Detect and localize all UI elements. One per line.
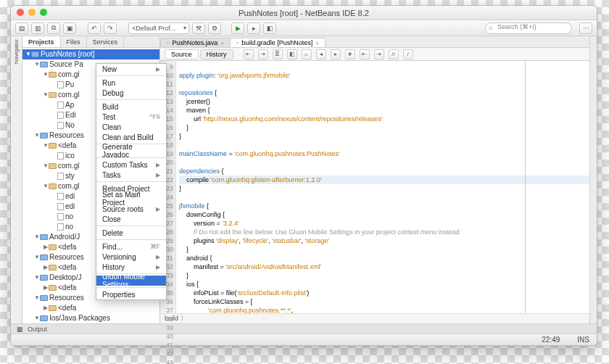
cursor-position: 22:49	[542, 336, 560, 344]
panel-tab-services[interactable]: Services	[87, 36, 125, 47]
pkg-icon	[49, 265, 57, 270]
file-icon	[57, 122, 64, 129]
menu-item-set-as-main-project[interactable]: Set as Main Project	[96, 194, 166, 204]
tree-item[interactable]: ▼Ios/Java Packages	[22, 313, 160, 323]
next-edit-icon[interactable]: ⇥	[258, 49, 268, 59]
config-select[interactable]: <Default Prof...	[128, 22, 189, 34]
menu-item-properties[interactable]: Properties	[96, 289, 166, 299]
menu-item-source-roots[interactable]: Source roots▶	[96, 204, 166, 214]
prev-edit-icon[interactable]: ⇤	[244, 49, 254, 59]
close-tab-icon[interactable]: ×	[315, 40, 319, 46]
pkg-icon	[49, 163, 57, 169]
file-icon	[57, 223, 64, 231]
menu-item-clean-and-build[interactable]: Clean and Build	[96, 132, 166, 142]
menu-item-new[interactable]: New▶	[96, 64, 166, 74]
editor-subtab-source[interactable]: Source	[165, 49, 199, 59]
profile-button[interactable]: ◧	[263, 22, 276, 34]
comment-icon[interactable]: //	[389, 49, 399, 59]
run-button[interactable]: ▶	[231, 22, 244, 34]
menu-item-run[interactable]: Run	[96, 78, 166, 88]
menu-item-test[interactable]: Test^F6	[96, 112, 166, 122]
fold-icon	[40, 62, 48, 67]
save-all-button[interactable]: ▣	[63, 22, 76, 34]
menu-item-debug[interactable]: Debug	[96, 88, 166, 98]
file-icon	[57, 81, 64, 88]
output-tab[interactable]: Output	[28, 326, 47, 333]
panel-tabs: ProjectsFilesServices	[22, 36, 160, 48]
menu-item-gluon-mobile-settings[interactable]: Gluon Mobile Settings	[96, 276, 166, 286]
toggle-bookmark-icon[interactable]: ★	[345, 49, 355, 59]
menu-item-custom-tasks[interactable]: Custom Tasks▶	[96, 160, 166, 170]
editor-breadcrumb[interactable]: build 〉	[160, 313, 589, 323]
undo-button[interactable]: ↶	[88, 22, 101, 34]
pkg-icon	[49, 92, 57, 98]
menu-item-build[interactable]: Build	[96, 102, 166, 112]
code-text[interactable]: apply plugin: 'org.javafxports.jfxmobile…	[176, 61, 589, 313]
redo-button[interactable]: ↷	[104, 22, 117, 34]
editor-tab[interactable]: ▫PushNotes.java×	[160, 38, 231, 47]
tree-item[interactable]: ▶<defa	[22, 303, 160, 313]
diff-icon[interactable]: ≣	[273, 49, 283, 59]
menu-item-find-[interactable]: Find...⌘F	[96, 241, 166, 252]
file-icon	[57, 102, 64, 109]
right-side-strip[interactable]	[589, 36, 597, 323]
pkg-icon	[49, 143, 57, 149]
file-icon	[57, 173, 64, 180]
menu-item-clean[interactable]: Clean	[96, 122, 166, 132]
fold-icon	[31, 51, 39, 57]
menu-item-tasks[interactable]: Tasks▶	[96, 170, 166, 180]
toggle-highlight-icon[interactable]: ◧	[287, 49, 297, 59]
statusbar: 22:49 INS	[11, 334, 597, 345]
panel-tab-files[interactable]: Files	[61, 36, 87, 47]
next-bookmark-icon[interactable]: ▸	[331, 49, 341, 59]
menu-item-versioning[interactable]: Versioning▶	[96, 252, 166, 262]
bottom-pane-tabs: ▦ Output	[11, 323, 597, 334]
shift-left-icon[interactable]: ⇤	[360, 49, 370, 59]
editor-tab[interactable]: ▫build.gradle [PushNotes]×	[230, 38, 326, 47]
clean-build-button[interactable]: ⚙	[208, 22, 221, 34]
fold-icon	[40, 315, 48, 321]
menu-item-history[interactable]: History▶	[96, 262, 166, 272]
menu-item-generate-javadoc[interactable]: Generate Javadoc	[96, 146, 166, 156]
close-tab-icon[interactable]: ×	[220, 40, 224, 46]
editor-toolbar-icons: ⇤ ⇥ ≣ ◧ ⌕ ◂ ▸ ★ ⇤ ⇥ // /	[244, 49, 413, 59]
file-icon	[57, 152, 64, 160]
fold-icon	[40, 275, 48, 281]
file-icon	[57, 112, 64, 119]
pkg-icon	[49, 285, 57, 291]
navigator-strip[interactable]: Navigator	[11, 36, 22, 323]
right-margin-guide	[525, 61, 526, 313]
new-project-button[interactable]: ▥	[31, 22, 44, 34]
titlebar[interactable]: PushNotes [root] - NetBeans IDE 8.2	[11, 6, 597, 20]
build-button[interactable]: ⚒	[192, 22, 205, 34]
file-icon	[57, 193, 64, 200]
find-icon[interactable]: ⌕	[302, 49, 312, 59]
prev-bookmark-icon[interactable]: ◂	[316, 49, 326, 59]
open-button[interactable]: ⧉	[47, 22, 60, 34]
fold-icon	[40, 295, 48, 301]
menu-item-delete[interactable]: Delete	[96, 228, 166, 238]
minimize-icon[interactable]	[28, 9, 36, 16]
search-settings-button[interactable]: ⋯	[579, 22, 592, 34]
window-controls	[17, 9, 47, 16]
tree-item[interactable]: ▼PushNotes [root]	[22, 49, 160, 59]
code-editor[interactable]: 9101112131415161718192021222324252627282…	[160, 61, 589, 313]
ide-window: PushNotes [root] - NetBeans IDE 8.2 ▤ ▥ …	[10, 5, 597, 346]
fold-icon	[40, 255, 48, 260]
menu-item-close[interactable]: Close	[96, 214, 166, 224]
close-icon[interactable]	[17, 9, 24, 16]
editor-subtab-history[interactable]: History	[200, 49, 233, 59]
shift-right-icon[interactable]: ⇥	[374, 49, 384, 59]
output-tab-icon[interactable]: ▦	[17, 326, 23, 333]
project-context-menu[interactable]: New▶RunDebugBuildTest^F6CleanClean and B…	[96, 63, 167, 300]
window-title: PushNotes [root] - NetBeans IDE 8.2	[239, 9, 369, 17]
global-search[interactable]: Search (⌘+I)	[485, 22, 572, 34]
zoom-icon[interactable]	[40, 9, 47, 16]
pkg-icon	[49, 244, 57, 250]
panel-tab-projects[interactable]: Projects	[22, 36, 61, 47]
debug-button[interactable]: ▸	[247, 22, 260, 34]
insert-mode[interactable]: INS	[577, 336, 589, 344]
new-file-button[interactable]: ▤	[15, 22, 28, 34]
uncomment-icon[interactable]: /	[403, 49, 413, 59]
pkg-icon	[49, 72, 57, 78]
